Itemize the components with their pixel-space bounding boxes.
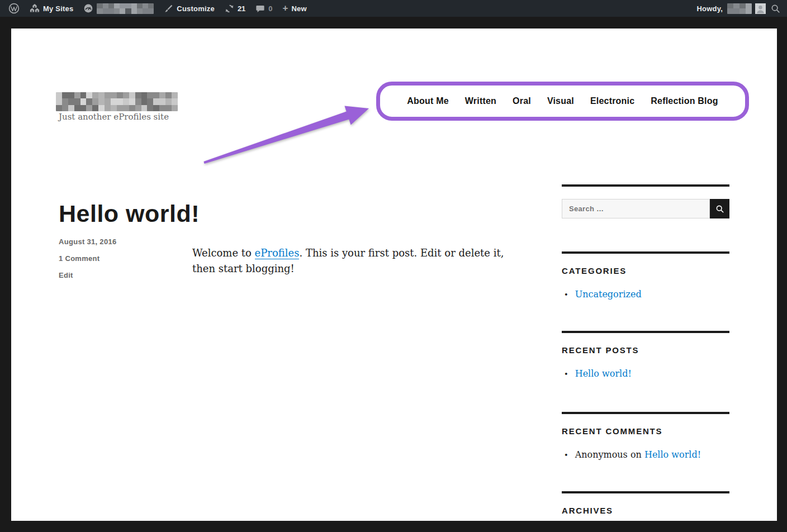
multisite-houses-icon [30,3,40,13]
post-meta: August 31, 2016 1 Comment Edit [59,238,117,288]
nav-item-oral[interactable]: Oral [513,96,531,106]
username-redacted [727,3,752,14]
customize-menu[interactable]: Customize [159,0,220,17]
archives-widget: ARCHIVES [562,491,729,515]
post-edit-link[interactable]: Edit [59,271,117,279]
bullet-icon: • [564,370,568,378]
recent-post-link[interactable]: Hello world! [575,368,632,379]
nav-item-visual[interactable]: Visual [547,96,574,106]
site-tagline: Just another eProfiles site [59,112,169,122]
wp-admin-bar: My Sites Customize [0,0,787,17]
comment-author-text: Anonymous on [575,449,644,460]
bullet-icon: • [564,291,568,299]
nav-item-about-me[interactable]: About Me [407,96,448,106]
post-body: Welcome to eProfiles. This is your first… [192,245,528,277]
my-sites-menu[interactable]: My Sites [25,0,78,17]
wordpress-logo-icon [8,3,20,14]
recent-posts-widget: RECENT POSTS • Hello world! [562,331,729,379]
post-comments-link[interactable]: 1 Comment [59,254,117,263]
updates-count: 21 [238,4,245,13]
nav-item-electronic[interactable]: Electronic [590,96,634,106]
annotation-arrow [196,104,386,171]
comment-post-link[interactable]: Hello world! [644,449,701,460]
bullet-icon: • [564,451,568,459]
comments-menu[interactable]: 0 [250,0,277,17]
search-form [562,199,729,218]
howdy-label: Howdy, [697,4,723,13]
comments-count: 0 [268,4,272,13]
search-widget [562,184,729,218]
search-button[interactable] [710,199,729,218]
post-date[interactable]: August 31, 2016 [59,238,117,246]
avatar [755,3,766,14]
customize-label: Customize [177,4,215,13]
comment-bubble-icon [255,4,265,13]
plus-icon: + [283,3,288,13]
recent-comments-widget: RECENT COMMENTS • Anonymous on Hello wor… [562,412,729,460]
current-site-menu[interactable] [78,0,159,17]
wp-logo-menu[interactable] [3,0,25,17]
archives-title: ARCHIVES [562,506,729,515]
categories-widget: CATEGORIES • Uncategorized [562,251,729,300]
site-page: Just another eProfiles site About Me Wri… [11,28,777,521]
primary-nav-menu: About Me Written Oral Visual Electronic … [376,82,749,121]
search-input[interactable] [562,199,710,218]
updates-menu[interactable]: 21 [220,0,250,17]
eprofiles-link[interactable]: eProfiles [255,247,300,259]
categories-title: CATEGORIES [562,266,729,276]
nav-item-reflection-blog[interactable]: Reflection Blog [651,96,718,106]
dashboard-gauge-icon [83,3,93,13]
list-item: • Uncategorized [564,289,729,300]
paintbrush-icon [164,4,173,13]
new-label: New [292,4,307,13]
post-body-text: Welcome to [192,247,255,259]
updates-arrows-icon [225,4,234,13]
recent-posts-title: RECENT POSTS [562,345,729,355]
category-link-uncategorized[interactable]: Uncategorized [575,289,642,300]
nav-item-written[interactable]: Written [465,96,496,106]
recent-comments-title: RECENT COMMENTS [562,426,729,436]
search-icon [715,205,724,213]
my-sites-label: My Sites [43,4,73,13]
site-title-redacted[interactable] [56,92,178,111]
post-title: Hello world! [59,200,200,227]
adminbar-search-icon[interactable] [771,4,780,13]
list-item: • Anonymous on Hello world! [564,449,729,460]
new-content-menu[interactable]: + New [278,0,312,17]
list-item: • Hello world! [564,368,729,379]
site-name-redacted [97,3,154,14]
my-account-menu[interactable]: Howdy, [697,0,766,17]
